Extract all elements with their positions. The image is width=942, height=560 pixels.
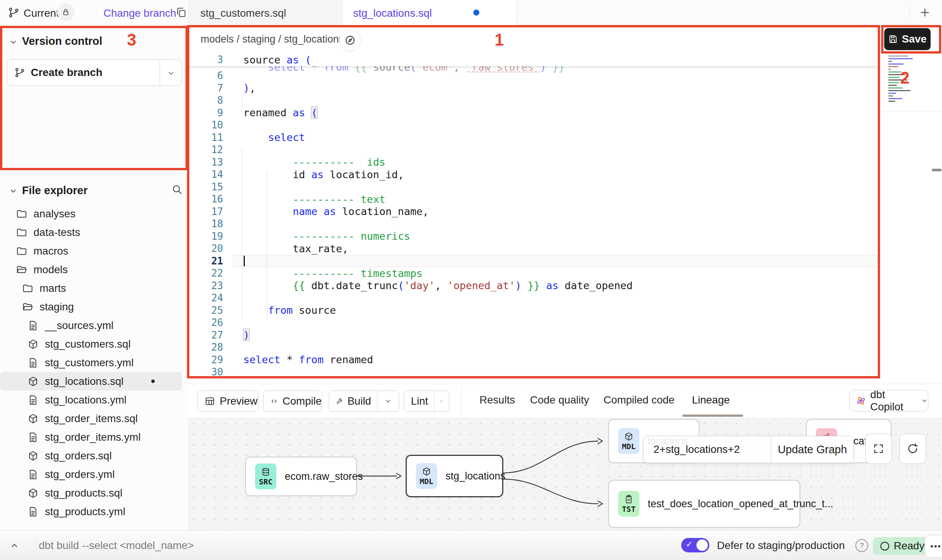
code-line[interactable]: 26: [188, 316, 880, 329]
file-tree-item[interactable]: models: [0, 260, 188, 279]
file-tree-item[interactable]: stg_locations.sql: [0, 372, 182, 391]
file-tree-item[interactable]: data-tests: [0, 223, 188, 242]
minimap[interactable]: [888, 55, 923, 102]
file-tree-item[interactable]: marts: [0, 279, 188, 297]
lineage-node-stg-locations[interactable]: MDL stg_locations: [406, 455, 503, 497]
file-tree-item[interactable]: stg_order_items.sql: [0, 409, 188, 428]
minimap-line: [888, 55, 908, 57]
file-name: stg_orders.sql: [45, 450, 112, 462]
code-line[interactable]: 30: [188, 366, 880, 378]
code-line[interactable]: 7),: [188, 82, 880, 95]
code-line[interactable]: 21: [188, 255, 880, 267]
chevron-down-icon[interactable]: [9, 38, 17, 46]
code-line[interactable]: 12: [188, 144, 880, 156]
refresh-button[interactable]: [899, 433, 926, 464]
file-tree-item[interactable]: stg_customers.sql: [0, 335, 188, 353]
model-icon: [27, 413, 39, 424]
command-input[interactable]: dbt build --select <model_name>: [39, 539, 194, 552]
more-options-button[interactable]: •••: [925, 535, 942, 558]
create-branch-button[interactable]: Create branch: [7, 59, 182, 86]
code-line[interactable]: 28: [188, 341, 880, 354]
copy-icon[interactable]: [175, 6, 187, 19]
lineage-node-source[interactable]: SRC ecom.raw_stores: [245, 457, 357, 496]
line-number: 27: [188, 329, 233, 341]
ready-status-badge[interactable]: Ready: [873, 537, 932, 555]
model-icon: [27, 339, 39, 350]
code-line[interactable]: 25 from source: [188, 304, 880, 317]
lineage-compass-button[interactable]: [339, 30, 361, 51]
lint-button[interactable]: Lint: [404, 391, 449, 412]
divider: [880, 111, 942, 112]
code-line[interactable]: 24: [188, 292, 880, 304]
code-line[interactable]: 18: [188, 218, 880, 230]
code-line[interactable]: 9renamed as (: [188, 107, 880, 119]
chevron-down-icon[interactable]: [9, 187, 17, 195]
file-tree-item[interactable]: staging: [0, 297, 188, 316]
file-tree-item[interactable]: macros: [0, 242, 188, 260]
file-tree-item[interactable]: stg_customers.yml: [0, 353, 188, 372]
compile-button[interactable]: Compile: [263, 391, 322, 412]
code-line[interactable]: 19 ---------- numerics: [188, 230, 880, 243]
file-tree-item[interactable]: analyses: [0, 204, 188, 223]
file-tree-item[interactable]: stg_locations.yml: [0, 391, 188, 409]
collapse-chevron-up-icon[interactable]: [10, 541, 19, 550]
new-tab-plus-button[interactable]: [919, 6, 931, 19]
panel-tab-results[interactable]: Results: [479, 394, 515, 406]
build-button[interactable]: Build: [329, 391, 399, 412]
scrollbar-thumb[interactable]: [932, 169, 942, 171]
code-line[interactable]: 14 id as location_id,: [188, 168, 880, 181]
file-tree-item[interactable]: __sources.yml: [0, 316, 188, 335]
file-tree-item[interactable]: stg_products.yml: [0, 502, 188, 521]
file-name: stg_customers.yml: [45, 357, 133, 369]
change-branch-link[interactable]: Change branch: [103, 7, 176, 19]
chevron-down-icon[interactable]: [377, 398, 399, 405]
file-tree-item[interactable]: stg_products.sql: [0, 484, 188, 502]
preview-button[interactable]: Preview: [197, 391, 258, 412]
file-tree[interactable]: analysesdata-testsmacrosmodelsmartsstagi…: [0, 204, 188, 521]
panel-tab-lineage[interactable]: Lineage: [692, 394, 730, 406]
panel-tab-compiled-code[interactable]: Compiled code: [604, 394, 675, 406]
dbt-copilot-button[interactable]: dbt Copilot: [849, 390, 928, 411]
code-line[interactable]: 22 ---------- timestamps: [188, 267, 880, 280]
panel-tab-code-quality[interactable]: Code quality: [530, 394, 589, 406]
defer-toggle[interactable]: ✓: [681, 538, 709, 552]
update-graph-button[interactable]: Update Graph: [771, 436, 853, 463]
file-tree-item[interactable]: stg_orders.yml: [0, 465, 188, 484]
code-icon: [270, 396, 278, 407]
code-line[interactable]: 27): [188, 329, 880, 342]
file-name: stg_products.sql: [45, 487, 122, 499]
fullscreen-button[interactable]: [865, 433, 892, 464]
line-number: 23: [188, 280, 233, 291]
code-line[interactable]: 23 {{ dbt.date_trunc('day', 'opened_at')…: [188, 280, 880, 292]
code-line[interactable]: 29select * from renamed: [188, 354, 880, 366]
line-number: 15: [188, 181, 233, 193]
code-line[interactable]: 11 select: [188, 131, 880, 144]
tab-stg-customers-sql[interactable]: stg_customers.sql: [189, 0, 343, 25]
line-number: 7: [188, 82, 233, 94]
help-icon[interactable]: ?: [855, 539, 868, 552]
code-line[interactable]: 13 ---------- ids: [188, 156, 880, 169]
code-line[interactable]: 17 name as location_name,: [188, 206, 880, 218]
save-button[interactable]: Save: [884, 28, 931, 50]
lineage-node-test[interactable]: TST test_does_location_opened_at_trunc_t…: [608, 480, 800, 528]
code-line[interactable]: 8: [188, 94, 880, 107]
file-tree-item[interactable]: stg_orders.sql: [0, 446, 188, 465]
chevron-down-icon[interactable]: [434, 398, 449, 405]
code-line[interactable]: 15: [188, 181, 880, 193]
chevron-down-icon[interactable]: [167, 70, 175, 77]
lineage-canvas[interactable]: SRC ecom.raw_stores MDL stg_locations MD…: [188, 418, 942, 530]
file-icon: [27, 357, 39, 369]
lineage-filter-input[interactable]: 2+stg_locations+2: [644, 436, 771, 463]
file-name: stg_locations.yml: [45, 394, 127, 406]
code-lines[interactable]: 67),89renamed as (1011 select1213 ------…: [188, 70, 880, 378]
code-line[interactable]: 20 tax_rate,: [188, 242, 880, 255]
tab-stg-locations-sql[interactable]: stg_locations.sql: [343, 0, 517, 25]
line-number: 19: [188, 231, 233, 242]
tab-label: stg_customers.sql: [200, 7, 286, 19]
line-number: 21: [188, 255, 233, 267]
code-area[interactable]: 3 source as ( select * from {{ source('e…: [188, 53, 880, 378]
code-line[interactable]: 16 ---------- text: [188, 193, 880, 206]
code-line[interactable]: 10: [188, 119, 880, 131]
file-tree-item[interactable]: stg_order_items.yml: [0, 428, 188, 446]
search-icon[interactable]: [171, 184, 183, 196]
